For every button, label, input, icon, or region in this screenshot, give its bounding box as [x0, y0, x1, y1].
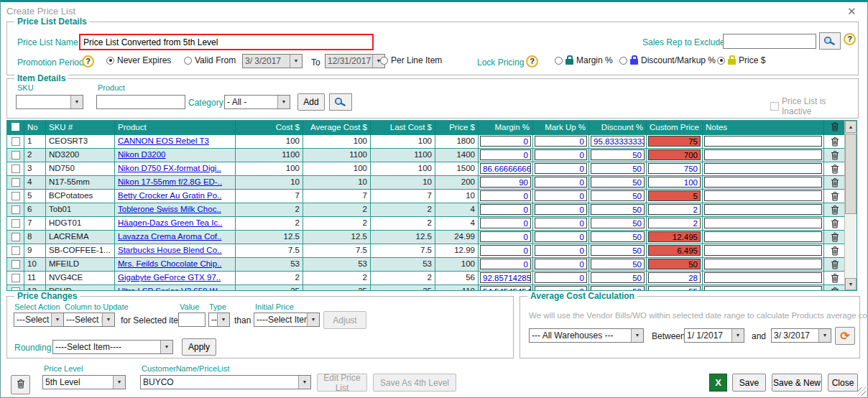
recalculate-button[interactable]: ⟳: [835, 327, 855, 345]
chevron-down-icon[interactable]: ▼: [160, 341, 172, 353]
row-select-cell[interactable]: [7, 231, 24, 244]
row-checkbox[interactable]: [11, 219, 20, 228]
discount-input[interactable]: 50: [591, 218, 645, 228]
margin-input[interactable]: 0: [480, 204, 531, 215]
column-to-update-combobox[interactable]: ---Select Item---- ▼: [63, 313, 115, 327]
type-combobox[interactable]: --- ▼: [208, 313, 230, 327]
discount-input[interactable]: 50: [591, 245, 645, 256]
row-checkbox[interactable]: [11, 205, 20, 214]
promotion-help-icon[interactable]: ?: [82, 55, 94, 68]
notes-input[interactable]: [704, 149, 822, 160]
product-link[interactable]: Nikon D750 FX-format Digi..: [118, 164, 221, 172]
custom-price-input[interactable]: 2: [648, 218, 701, 228]
product-link[interactable]: Starbucks House Blend Co..: [118, 246, 221, 254]
apply-button[interactable]: Apply: [182, 338, 216, 356]
row-checkbox[interactable]: [11, 151, 20, 159]
chevron-down-icon[interactable]: ▼: [217, 313, 229, 326]
margin-input[interactable]: 0: [480, 259, 531, 269]
chevron-down-icon[interactable]: ▼: [631, 329, 643, 342]
margin-input[interactable]: 92.857142857..: [480, 272, 531, 283]
discount-input[interactable]: 50: [591, 190, 645, 201]
notes-input[interactable]: [704, 190, 822, 201]
row-delete-button[interactable]: [824, 190, 846, 203]
product-link[interactable]: Ultra LSP Series V2 650 W..: [118, 287, 221, 291]
markup-input[interactable]: 0: [535, 286, 587, 291]
item-search-button[interactable]: [329, 93, 352, 111]
markup-input[interactable]: 0: [535, 177, 587, 188]
per-line-item-option[interactable]: Per Line Item: [380, 55, 442, 65]
margin-input[interactable]: 0: [480, 136, 531, 147]
value-input[interactable]: [178, 313, 206, 327]
discount-input[interactable]: 50: [591, 177, 645, 188]
product-link[interactable]: Toblerone Swiss Milk Choc..: [118, 205, 221, 213]
notes-input[interactable]: [704, 204, 822, 215]
start-date-picker[interactable]: 1/ 1/2017 ▼: [684, 328, 744, 343]
row-select-cell[interactable]: [7, 217, 24, 230]
margin-input[interactable]: 54.5454545454..: [480, 286, 531, 291]
row-delete-button[interactable]: [824, 176, 846, 189]
row-checkbox[interactable]: [11, 246, 20, 255]
valid-to-date-picker[interactable]: 12/31/2017 ▼: [325, 54, 385, 68]
notes-input[interactable]: [704, 259, 822, 269]
row-select-cell[interactable]: [7, 176, 24, 189]
custom-price-input[interactable]: 55: [648, 286, 701, 291]
rounding-combobox[interactable]: ----Select Item---- ▼: [52, 340, 173, 354]
markup-input[interactable]: 0: [535, 149, 587, 160]
margin-input[interactable]: 86.666666666..: [480, 163, 531, 174]
notes-input[interactable]: [704, 231, 822, 242]
row-checkbox[interactable]: [11, 165, 20, 173]
warehouse-combobox[interactable]: --- All Warehouses --- ▼: [529, 328, 644, 343]
custom-price-input[interactable]: 750: [648, 163, 701, 174]
row-checkbox[interactable]: [11, 260, 20, 269]
end-date-picker[interactable]: 3/ 3/2017 ▼: [771, 328, 831, 343]
resize-grip[interactable]: [857, 387, 866, 396]
discount-input[interactable]: 50: [591, 149, 645, 160]
row-checkbox[interactable]: [11, 178, 20, 187]
markup-input[interactable]: 0: [535, 245, 587, 256]
row-select-cell[interactable]: [7, 272, 24, 284]
scroll-up-button[interactable]: ▲: [845, 121, 857, 133]
row-checkbox[interactable]: [11, 274, 20, 282]
price-list-name-input[interactable]: [80, 35, 372, 49]
markup-input[interactable]: 0: [535, 190, 587, 201]
chevron-down-icon[interactable]: ▼: [298, 376, 310, 389]
chevron-down-icon[interactable]: ▼: [277, 96, 290, 108]
row-delete-button[interactable]: [824, 135, 846, 148]
chevron-down-icon[interactable]: ▼: [102, 313, 114, 326]
custom-price-input[interactable]: 2: [648, 204, 701, 215]
row-delete-button[interactable]: [824, 162, 846, 175]
scroll-down-button[interactable]: ▼: [845, 278, 857, 290]
product-link[interactable]: Betty Crocker Au Gratin Po..: [118, 191, 221, 200]
row-delete-button[interactable]: [824, 244, 846, 257]
row-select-cell[interactable]: [7, 162, 24, 175]
markup-input[interactable]: 0: [535, 259, 587, 269]
row-delete-button[interactable]: [824, 203, 846, 216]
category-combobox[interactable]: - All - ▼: [224, 95, 290, 109]
valid-from-date-picker[interactable]: 3/ 3/2017 ▼: [242, 54, 303, 68]
markup-input[interactable]: 0: [535, 231, 587, 242]
close-icon[interactable]: ✕: [847, 5, 857, 18]
product-input[interactable]: [96, 95, 185, 109]
save-and-new-button[interactable]: Save & New: [772, 374, 822, 392]
discount-input[interactable]: 50: [591, 204, 645, 215]
row-delete-button[interactable]: [824, 217, 846, 230]
lock-pricing-help-icon[interactable]: ?: [526, 55, 538, 68]
edit-price-list-button[interactable]: Edit Price List: [317, 374, 367, 392]
notes-input[interactable]: [704, 163, 822, 174]
chevron-down-icon[interactable]: ▼: [70, 96, 83, 108]
discount-input[interactable]: 50: [591, 259, 645, 269]
row-delete-button[interactable]: [824, 285, 846, 291]
row-delete-button[interactable]: [824, 231, 846, 244]
save-button[interactable]: Save: [732, 374, 766, 392]
product-link[interactable]: Mrs. Feilds Chocolate Chip..: [118, 259, 221, 268]
product-link[interactable]: Lavazza Crema Aroma Cof..: [118, 232, 221, 241]
table-scrollbar[interactable]: ▲ ▼: [844, 121, 857, 290]
row-checkbox[interactable]: [11, 137, 20, 146]
price-level-combobox[interactable]: 5th Level ▼: [42, 375, 126, 389]
custom-price-input[interactable]: 6.495: [648, 245, 701, 256]
notes-input[interactable]: [704, 286, 822, 291]
lock-option-price[interactable]: Price $: [717, 55, 765, 65]
markup-input[interactable]: 0: [535, 136, 587, 147]
row-select-cell[interactable]: [7, 203, 24, 216]
margin-input[interactable]: 0: [480, 190, 531, 201]
